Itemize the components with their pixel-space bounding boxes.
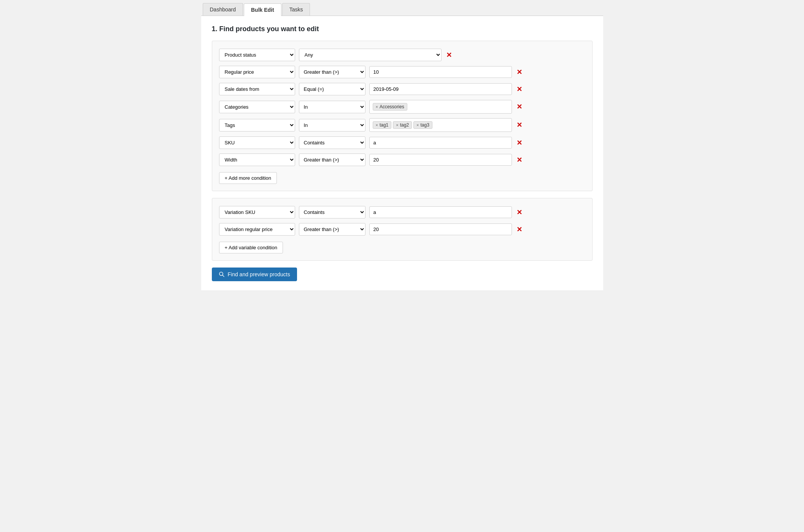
remove-row-4[interactable]: ✕ (516, 103, 523, 111)
field-select-7[interactable]: Width Product status Regular price Sale … (219, 154, 295, 166)
field-select-1[interactable]: Product status Regular price Sale dates … (219, 49, 295, 61)
main-content: 1. Find products you want to edit Produc… (201, 16, 603, 290)
find-btn-label: Find and preview products (228, 271, 290, 277)
tag-tag1: × tag1 (373, 121, 392, 129)
find-products-button[interactable]: Find and preview products (212, 268, 297, 281)
tag-tag3: × tag3 (413, 121, 432, 129)
tab-tasks[interactable]: Tasks (282, 3, 310, 16)
variation-filter-row-2: Variation regular price Variation SKU Gr… (219, 223, 585, 236)
filter-row-5: Tags Product status Regular price Sale d… (219, 118, 585, 132)
operator-select-4[interactable]: In Not in Equal (=) (299, 101, 365, 113)
field-select-3[interactable]: Sale dates from Product status Regular p… (219, 83, 295, 95)
remove-row-5[interactable]: ✕ (516, 121, 523, 129)
variation-operator-select-2[interactable]: Greater than (>) Less than (<) Equal (=)… (299, 223, 365, 236)
filter-row-4: Categories Product status Regular price … (219, 100, 585, 114)
tag-input-tags[interactable]: × tag1 × tag2 × tag3 (369, 118, 512, 132)
field-select-4[interactable]: Categories Product status Regular price … (219, 101, 295, 113)
tag-remove-tag2[interactable]: × (396, 123, 398, 127)
remove-row-1[interactable]: ✕ (445, 51, 453, 59)
remove-row-7[interactable]: ✕ (516, 156, 523, 164)
value-input-7[interactable] (369, 154, 512, 166)
tag-tag2: × tag2 (393, 121, 412, 129)
tab-bulk-edit[interactable]: Bulk Edit (244, 3, 281, 16)
remove-row-3[interactable]: ✕ (516, 85, 523, 93)
field-select-5[interactable]: Tags Product status Regular price Sale d… (219, 119, 295, 131)
operator-select-6[interactable]: Containts Does not contain Equal (=) Not… (299, 136, 365, 149)
add-variable-condition-button[interactable]: + Add variable condition (219, 242, 283, 253)
value-input-6[interactable] (369, 137, 512, 149)
operator-select-2[interactable]: Greater than (>) Less than (<) Equal (=)… (299, 66, 365, 78)
svg-line-1 (222, 275, 224, 277)
tag-remove-accessories[interactable]: × (376, 104, 378, 109)
tab-dashboard[interactable]: Dashboard (203, 3, 243, 16)
filter-row-7: Width Product status Regular price Sale … (219, 154, 585, 166)
operator-select-5[interactable]: In Not in Equal (=) (299, 119, 365, 131)
variation-filter-row-1: Variation SKU Variation regular price Co… (219, 206, 585, 218)
tag-remove-tag3[interactable]: × (416, 123, 419, 127)
tag-remove-tag1[interactable]: × (376, 123, 378, 127)
variation-remove-row-1[interactable]: ✕ (516, 208, 523, 217)
value-input-3[interactable] (369, 83, 512, 95)
variation-value-input-2[interactable] (369, 223, 512, 235)
tab-bar: Dashboard Bulk Edit Tasks (201, 0, 603, 16)
variation-operator-select-1[interactable]: Containts Does not contain Equal (=) (299, 206, 365, 218)
filter-row-6: SKU Product status Regular price Sale da… (219, 136, 585, 149)
remove-row-2[interactable]: ✕ (516, 68, 523, 76)
page-title: 1. Find products you want to edit (212, 25, 593, 33)
tag-input-categories[interactable]: × Accessories (369, 100, 512, 114)
remove-row-6[interactable]: ✕ (516, 139, 523, 147)
search-icon (219, 271, 225, 277)
value-select-1[interactable]: Any Active Draft (299, 49, 442, 61)
filter-row-3: Sale dates from Product status Regular p… (219, 83, 585, 95)
variation-field-select-2[interactable]: Variation regular price Variation SKU (219, 223, 295, 236)
field-select-2[interactable]: Regular price Product status Sale dates … (219, 66, 295, 78)
variation-value-input-1[interactable] (369, 206, 512, 218)
operator-select-7[interactable]: Greater than (>) Less than (<) Equal (=)… (299, 154, 365, 166)
filter-row-2: Regular price Product status Sale dates … (219, 66, 585, 78)
field-select-6[interactable]: SKU Product status Regular price Sale da… (219, 136, 295, 149)
tag-accessories: × Accessories (373, 103, 407, 111)
add-condition-button[interactable]: + Add more condition (219, 172, 277, 184)
filter-row-1: Product status Regular price Sale dates … (219, 49, 585, 61)
variation-field-select-1[interactable]: Variation SKU Variation regular price (219, 206, 295, 218)
operator-select-3[interactable]: Equal (=) Greater than (>) Less than (<)… (299, 83, 365, 95)
app-container: Dashboard Bulk Edit Tasks 1. Find produc… (201, 0, 603, 290)
value-input-2[interactable] (369, 66, 512, 78)
primary-filter-box: Product status Regular price Sale dates … (212, 41, 593, 191)
variation-filter-box: Variation SKU Variation regular price Co… (212, 198, 593, 261)
variation-remove-row-2[interactable]: ✕ (516, 225, 523, 234)
